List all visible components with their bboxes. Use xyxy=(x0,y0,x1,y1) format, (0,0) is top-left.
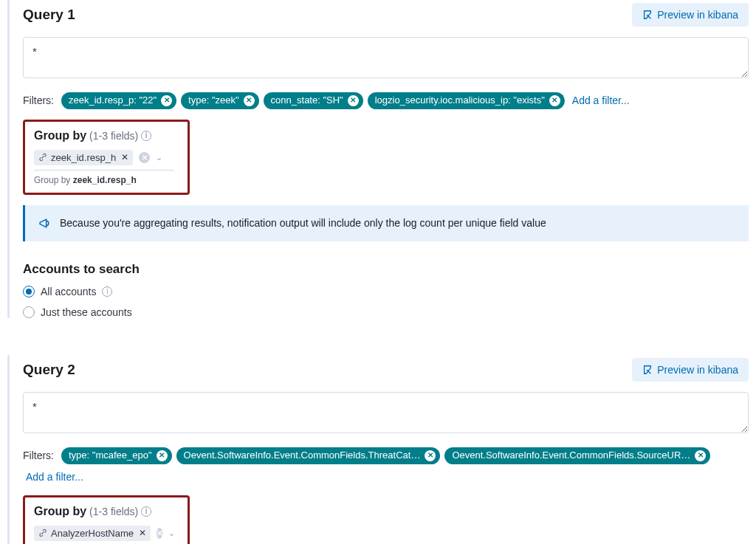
accounts-section-title: Accounts to search xyxy=(23,262,749,277)
remove-filter-icon[interactable]: ✕ xyxy=(549,95,560,106)
preview-in-kibana-button[interactable]: Preview in kibana xyxy=(632,3,749,27)
link-icon xyxy=(38,528,47,537)
query-input[interactable] xyxy=(23,392,749,433)
megaphone-icon xyxy=(38,217,51,230)
banner-text: Because you're aggregating results, noti… xyxy=(60,217,546,229)
info-icon[interactable]: i xyxy=(102,286,112,297)
query-header: Query 2 Preview in kibana xyxy=(23,358,749,382)
group-by-field-name: zeek_id.resp_h xyxy=(51,152,116,163)
remove-field-icon[interactable]: ✕ xyxy=(121,152,128,162)
query-title: Query 1 xyxy=(23,7,75,23)
clear-selection-icon[interactable]: ✕ xyxy=(139,152,150,163)
chevron-down-icon[interactable]: ⌄ xyxy=(168,528,175,538)
filter-pill[interactable]: conn_state: "SH"✕ xyxy=(264,92,363,109)
filter-pill[interactable]: Oevent.SoftwareInfo.Event.CommonFields.S… xyxy=(444,447,710,464)
info-icon[interactable]: i xyxy=(141,506,151,517)
remove-filter-icon[interactable]: ✕ xyxy=(244,95,255,106)
preview-in-kibana-button[interactable]: Preview in kibana xyxy=(632,358,749,382)
kibana-icon xyxy=(642,10,653,20)
filter-pill[interactable]: zeek_id.resp_p: "22"✕ xyxy=(61,92,176,109)
query-block-2: Query 2 Preview in kibana Filters: type:… xyxy=(7,355,749,544)
filters-label: Filters: xyxy=(23,94,54,106)
link-icon xyxy=(38,153,47,162)
group-by-caption: Group by zeek_id.resp_h xyxy=(34,175,179,185)
group-by-title: Group by (1-3 fields) i xyxy=(34,129,179,142)
remove-field-icon[interactable]: ✕ xyxy=(139,528,146,538)
filter-pill[interactable]: type: "mcafee_epo"✕ xyxy=(61,447,172,464)
add-filter-button[interactable]: Add a filter... xyxy=(23,469,86,485)
add-filter-button[interactable]: Add a filter... xyxy=(569,92,633,109)
filter-pill[interactable]: type: "zeek"✕ xyxy=(181,92,259,109)
group-by-box: Group by (1-3 fields) i zeek_id.resp_h ✕… xyxy=(23,120,190,195)
remove-filter-icon[interactable]: ✕ xyxy=(157,450,168,461)
preview-label: Preview in kibana xyxy=(657,364,738,376)
query-input[interactable] xyxy=(23,37,749,78)
group-by-title: Group by (1-3 fields) i xyxy=(34,505,179,518)
aggregation-info-banner: Because you're aggregating results, noti… xyxy=(23,205,749,241)
chevron-down-icon[interactable]: ⌄ xyxy=(156,153,162,162)
group-by-field-selector[interactable]: AnalyzerHostName ✕ ✕ ⌄ xyxy=(34,526,174,544)
remove-filter-icon[interactable]: ✕ xyxy=(161,95,172,106)
clear-selection-icon[interactable]: ✕ xyxy=(157,528,162,539)
group-by-field-name: AnalyzerHostName xyxy=(51,528,134,539)
remove-filter-icon[interactable]: ✕ xyxy=(425,450,436,461)
group-by-box: Group by (1-3 fields) i AnalyzerHostName… xyxy=(23,495,190,544)
group-by-field-chip[interactable]: AnalyzerHostName ✕ xyxy=(34,526,151,541)
preview-label: Preview in kibana xyxy=(657,9,738,21)
group-by-field-chip[interactable]: zeek_id.resp_h ✕ xyxy=(34,150,133,165)
radio-all-accounts[interactable]: All accounts i xyxy=(23,286,749,297)
remove-filter-icon[interactable]: ✕ xyxy=(348,95,359,106)
kibana-icon xyxy=(642,365,653,375)
query-block-1: Query 1 Preview in kibana Filters: zeek_… xyxy=(7,0,749,318)
radio-icon xyxy=(23,306,35,318)
info-icon[interactable]: i xyxy=(141,131,151,141)
query-title: Query 2 xyxy=(23,362,75,378)
group-by-field-selector[interactable]: zeek_id.resp_h ✕ ✕ ⌄ xyxy=(34,150,174,171)
remove-filter-icon[interactable]: ✕ xyxy=(695,450,706,461)
filter-pill[interactable]: logzio_security.ioc.malicious_ip: "exist… xyxy=(368,92,565,109)
radio-just-these-accounts[interactable]: Just these accounts xyxy=(23,306,749,318)
filters-row: Filters: type: "mcafee_epo"✕ Oevent.Soft… xyxy=(23,447,749,485)
filters-row: Filters: zeek_id.resp_p: "22"✕ type: "ze… xyxy=(23,92,749,109)
filters-label: Filters: xyxy=(23,450,54,461)
radio-icon xyxy=(23,286,35,297)
query-header: Query 1 Preview in kibana xyxy=(23,3,749,27)
filter-pill[interactable]: Oevent.SoftwareInfo.Event.CommonFields.T… xyxy=(176,447,441,464)
